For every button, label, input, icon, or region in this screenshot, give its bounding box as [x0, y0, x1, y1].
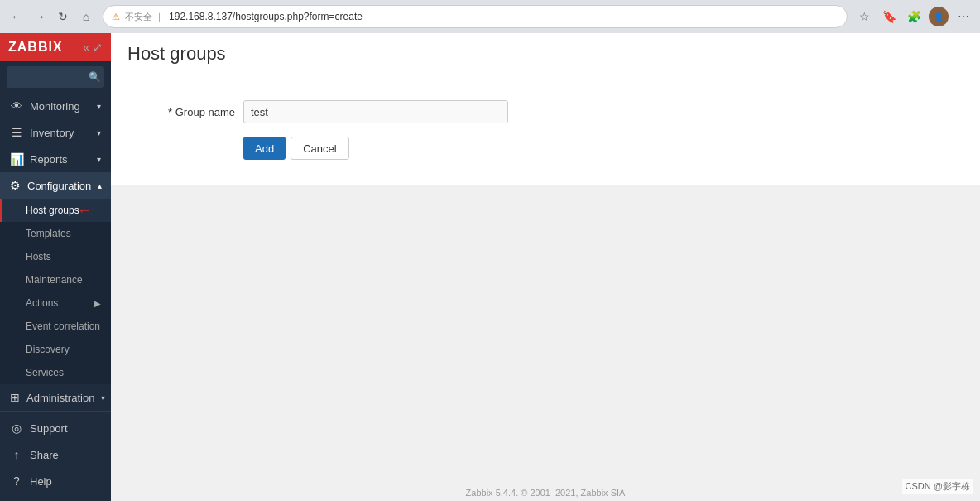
- event-correlation-label: Event correlation: [26, 320, 100, 332]
- content-card: * Group name Add Cancel: [111, 75, 980, 185]
- bookmark-icon[interactable]: 🔖: [879, 7, 899, 26]
- collapse-icon[interactable]: «: [83, 41, 89, 54]
- actions-arrow: ▶: [94, 299, 101, 308]
- host-groups-label: Host groups: [26, 205, 79, 216]
- star-icon[interactable]: ☆: [854, 7, 874, 26]
- sidebar-item-monitoring[interactable]: 👁 Monitoring ▾: [0, 93, 111, 119]
- monitoring-icon: 👁: [10, 99, 23, 113]
- refresh-button[interactable]: ↻: [53, 7, 73, 26]
- inventory-arrow: ▾: [97, 128, 101, 137]
- submenu-item-services[interactable]: Services: [0, 361, 111, 384]
- configuration-submenu: Host groups ← Templates Hosts Maintenanc…: [0, 199, 111, 384]
- sidebar-item-inventory-label: Inventory: [30, 127, 74, 139]
- reports-icon: 📊: [10, 152, 23, 166]
- submenu-item-discovery[interactable]: Discovery: [0, 338, 111, 361]
- reports-arrow: ▾: [97, 155, 101, 164]
- inventory-icon: ☰: [10, 126, 23, 139]
- sidebar-item-help[interactable]: ? Help: [0, 468, 111, 494]
- watermark: CSDN @影宇栋: [902, 479, 973, 494]
- submenu-item-host-groups[interactable]: Host groups ←: [0, 199, 111, 222]
- sidebar-header-icons: « ⤢: [83, 41, 103, 54]
- main-body: * Group name Add Cancel: [111, 75, 980, 484]
- group-name-input[interactable]: [243, 100, 508, 123]
- group-name-label: * Group name: [127, 106, 235, 118]
- actions-label: Actions: [26, 297, 58, 309]
- services-label: Services: [26, 367, 64, 378]
- sidebar-item-reports-label: Reports: [30, 153, 68, 166]
- browser-nav-buttons: ← → ↻ ⌂: [7, 7, 96, 26]
- submenu-item-actions[interactable]: Actions ▶: [0, 291, 111, 315]
- form-buttons: Add Cancel: [243, 137, 963, 160]
- cancel-button[interactable]: Cancel: [291, 137, 348, 160]
- share-label: Share: [30, 449, 59, 461]
- browser-actions: ☆ 🔖 🧩 👤 ⋯: [854, 7, 973, 26]
- share-icon: ↑: [10, 448, 23, 461]
- sidebar-item-support[interactable]: ◎ Support: [0, 415, 111, 441]
- app-footer: Zabbix 5.4.4. © 2001–2021, Zabbix SIA: [111, 484, 980, 501]
- sidebar-item-administration-label: Administration: [26, 392, 94, 404]
- sidebar: ZABBIX « ⤢ 🔍 👁 Monitoring ▾ ☰ Inventory …: [0, 33, 111, 501]
- maintenance-label: Maintenance: [26, 274, 83, 286]
- address-text: 192.168.8.137/hostgroups.php?form=create: [169, 11, 838, 22]
- app-layout: ZABBIX « ⤢ 🔍 👁 Monitoring ▾ ☰ Inventory …: [0, 33, 980, 501]
- help-label: Help: [30, 475, 52, 488]
- support-label: Support: [30, 422, 68, 435]
- fullscreen-icon[interactable]: ⤢: [93, 41, 103, 54]
- sidebar-item-monitoring-label: Monitoring: [30, 100, 80, 113]
- back-button[interactable]: ←: [7, 7, 26, 26]
- hosts-label: Hosts: [26, 251, 51, 263]
- red-arrow-icon: ←: [77, 202, 92, 219]
- configuration-arrow: ▴: [98, 181, 102, 190]
- lock-icon: ⚠: [112, 12, 120, 22]
- add-button[interactable]: Add: [243, 137, 286, 160]
- monitoring-arrow: ▾: [97, 102, 101, 111]
- submenu-item-maintenance[interactable]: Maintenance: [0, 268, 111, 291]
- main-content: Host groups * Group name Add Cancel Zabb…: [111, 33, 980, 501]
- menu-icon[interactable]: ⋯: [954, 7, 973, 26]
- search-icon: 🔍: [89, 71, 101, 83]
- page-title: Host groups: [127, 43, 963, 65]
- group-name-row: * Group name: [127, 100, 963, 123]
- sidebar-header: ZABBIX « ⤢: [0, 33, 111, 61]
- forward-button[interactable]: →: [30, 7, 50, 26]
- submenu-item-templates[interactable]: Templates: [0, 222, 111, 245]
- address-bar[interactable]: ⚠ 不安全 ｜ 192.168.8.137/hostgroups.php?for…: [103, 5, 848, 28]
- sidebar-item-reports[interactable]: 📊 Reports ▾: [0, 146, 111, 172]
- sidebar-item-inventory[interactable]: ☰ Inventory ▾: [0, 119, 111, 146]
- sidebar-item-configuration-label: Configuration: [27, 180, 91, 192]
- administration-icon: ⊞: [10, 391, 20, 404]
- home-button[interactable]: ⌂: [76, 7, 96, 26]
- submenu-item-event-correlation[interactable]: Event correlation: [0, 315, 111, 338]
- administration-arrow: ▾: [101, 393, 105, 402]
- sidebar-item-share[interactable]: ↑ Share: [0, 441, 111, 468]
- discovery-label: Discovery: [26, 344, 70, 355]
- browser-toolbar: ← → ↻ ⌂ ⚠ 不安全 ｜ 192.168.8.137/hostgroups…: [0, 0, 980, 33]
- avatar[interactable]: 👤: [929, 7, 949, 26]
- address-prefix: 不安全 ｜: [125, 11, 164, 23]
- templates-label: Templates: [26, 228, 71, 239]
- sidebar-footer: ◎ Support ↑ Share ? Help ☺ User settings…: [0, 411, 111, 501]
- sidebar-logo: ZABBIX: [8, 40, 63, 55]
- submenu-item-hosts[interactable]: Hosts: [0, 245, 111, 268]
- main-header: Host groups: [111, 33, 980, 75]
- sidebar-item-configuration[interactable]: ⚙ Configuration ▴: [0, 172, 111, 199]
- configuration-icon: ⚙: [10, 179, 21, 192]
- extension-icon[interactable]: 🧩: [904, 7, 924, 26]
- support-icon: ◎: [10, 422, 23, 435]
- sidebar-search-container: 🔍: [0, 61, 111, 93]
- footer-text: Zabbix 5.4.4. © 2001–2021, Zabbix SIA: [466, 488, 626, 498]
- sidebar-nav: 👁 Monitoring ▾ ☰ Inventory ▾ 📊 Reports ▾…: [0, 93, 111, 411]
- help-icon: ?: [10, 475, 23, 488]
- sidebar-item-user-settings[interactable]: ☺ User settings ▾: [0, 494, 111, 501]
- sidebar-item-administration[interactable]: ⊞ Administration ▾: [0, 384, 111, 411]
